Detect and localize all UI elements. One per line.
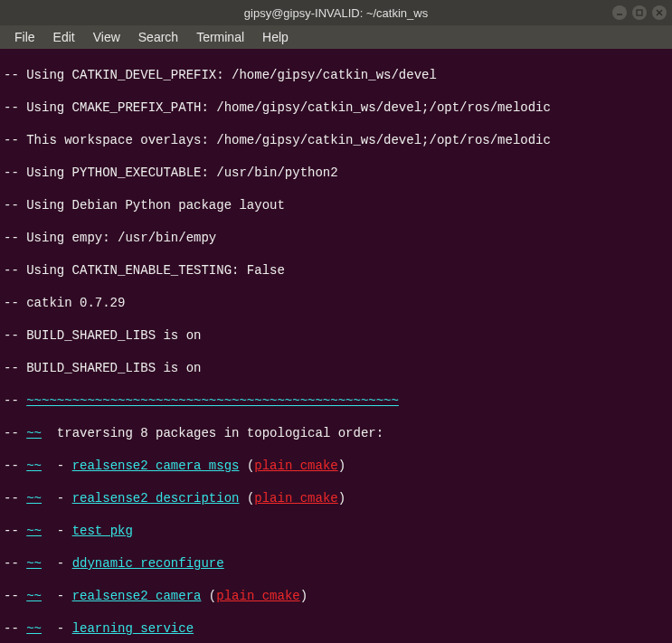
window-controls [612,5,667,20]
output-line: -- ~~ - realsense2_camera_msgs (plain cm… [4,458,668,474]
menu-terminal[interactable]: Terminal [189,28,251,46]
output-line: -- ~~ traversing 8 packages in topologic… [4,425,668,441]
output-line: -- ~~ - realsense2_camera (plain cmake) [4,588,668,604]
output-line: -- ~~ - test_pkg [4,523,668,539]
output-line: -- Using CATKIN_DEVEL_PREFIX: /home/gips… [4,67,668,83]
output-line: -- ~~ - learning_service [4,620,668,637]
titlebar: gipsy@gipsy-INVALID: ~/catkin_ws [0,0,672,25]
close-button[interactable] [652,5,667,20]
menu-help[interactable]: Help [255,28,296,46]
output-line: -- BUILD_SHARED_LIBS is on [4,360,668,376]
maximize-button[interactable] [632,5,647,20]
output-line: -- Using PYTHON_EXECUTABLE: /usr/bin/pyt… [4,165,668,181]
menu-view[interactable]: View [86,28,128,46]
output-line: -- Using empy: /usr/bin/empy [4,230,668,246]
output-line: -- BUILD_SHARED_LIBS is on [4,327,668,344]
output-line: -- ~~ - ddynamic_reconfigure [4,555,668,572]
window-title: gipsy@gipsy-INVALID: ~/catkin_ws [244,6,428,20]
output-line: -- This workspace overlays: /home/gipsy/… [4,132,668,148]
output-line: -- ~~ - realsense2_description (plain cm… [4,490,668,506]
menu-edit[interactable]: Edit [46,28,82,46]
menubar: File Edit View Search Terminal Help [0,25,672,49]
menu-file[interactable]: File [7,28,43,46]
output-line: -- ~~~~~~~~~~~~~~~~~~~~~~~~~~~~~~~~~~~~~… [4,392,668,409]
svg-rect-1 [637,10,642,15]
output-line: -- catkin 0.7.29 [4,295,668,311]
output-line: -- Using CMAKE_PREFIX_PATH: /home/gipsy/… [4,99,668,116]
menu-search[interactable]: Search [131,28,185,46]
output-line: -- Using CATKIN_ENABLE_TESTING: False [4,262,668,279]
terminal-output[interactable]: -- Using CATKIN_DEVEL_PREFIX: /home/gips… [0,49,672,643]
minimize-button[interactable] [612,5,627,20]
output-line: -- Using Debian Python package layout [4,197,668,213]
